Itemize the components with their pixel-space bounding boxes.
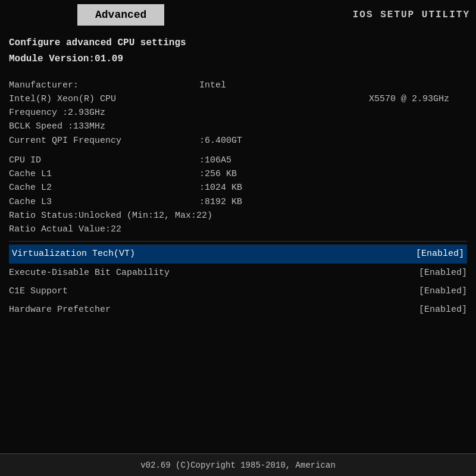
cache-l3-row: Cache L3 :8192 KB: [9, 195, 467, 209]
cpu-model-value: X5570 @ 2.93GHz: [369, 92, 467, 106]
cache-l3-label: Cache L3: [9, 195, 199, 209]
cache-l2-label: Cache L2: [9, 181, 199, 195]
manufacturer-row: Manufacturer: Intel: [9, 79, 467, 92]
cache-l2-row: Cache L2 :1024 KB: [9, 181, 467, 195]
cpu-id-row: CPU ID :106A5: [9, 154, 467, 167]
setting-label-0: Virtualization Tech(VT): [12, 247, 416, 261]
bclk-row: BCLK Speed :133MHz: [9, 120, 467, 133]
setting-row-2[interactable]: C1E Support[Enabled]: [9, 282, 467, 300]
manufacturer-label: Manufacturer:: [9, 79, 199, 92]
setting-row-3[interactable]: Hardware Prefetcher[Enabled]: [9, 300, 467, 319]
cache-l1-value: :256 KB: [199, 167, 237, 181]
qpi-row: Current QPI Frequency :6.400GT: [9, 134, 467, 148]
cache-l1-label: Cache L1: [9, 167, 199, 181]
top-bar: Advanced IOS SETUP UTILITY: [0, 0, 476, 30]
cpu-id-value: :106A5: [199, 154, 231, 167]
tab-advanced[interactable]: Advanced: [77, 4, 164, 26]
setting-row-1[interactable]: Execute-Disable Bit Capability[Enabled]: [9, 264, 467, 282]
setting-value-1: [Enabled]: [419, 266, 467, 280]
cpu-settings-header: Configure advanced CPU settings Module V…: [9, 36, 467, 67]
bclk-label: BCLK Speed :133MHz: [9, 120, 105, 133]
cache-l3-value: :8192 KB: [199, 195, 242, 209]
footer-bar: v02.69 (C)Copyright 1985-2010, American: [0, 453, 476, 476]
setting-value-3: [Enabled]: [419, 303, 467, 317]
config-title-line2: Module Version:01.09: [9, 52, 467, 67]
setting-label-3: Hardware Prefetcher: [9, 303, 419, 317]
bios-title: IOS SETUP UTILITY: [353, 10, 476, 20]
manufacturer-value: Intel: [199, 79, 226, 92]
config-title-line1: Configure advanced CPU settings: [9, 36, 467, 51]
setting-label-1: Execute-Disable Bit Capability: [9, 266, 419, 280]
footer-text: v02.69 (C)Copyright 1985-2010, American: [140, 461, 336, 470]
bios-screen: Advanced IOS SETUP UTILITY Configure adv…: [0, 0, 476, 476]
qpi-value: :6.400GT: [199, 134, 242, 148]
cache-l1-row: Cache L1 :256 KB: [9, 167, 467, 181]
cpu-model-row: Intel(R) Xeon(R) CPU X5570 @ 2.93GHz: [9, 92, 467, 106]
cpu-model-label: Intel(R) Xeon(R) CPU: [9, 92, 116, 106]
ratio-status-label: Ratio Status:Unlocked (Min:12, Max:22): [9, 209, 212, 223]
setting-value-0: [Enabled]: [416, 247, 464, 261]
cpu-id-label: CPU ID: [9, 154, 199, 167]
ratio-status-row: Ratio Status:Unlocked (Min:12, Max:22): [9, 209, 467, 223]
ratio-actual-row: Ratio Actual Value:22: [9, 223, 467, 236]
main-content: Configure advanced CPU settings Module V…: [0, 30, 476, 453]
frequency-label: Frequency :2.93GHz: [9, 106, 105, 120]
settings-area: Virtualization Tech(VT)[Enabled]Execute-…: [9, 241, 467, 319]
qpi-label: Current QPI Frequency: [9, 134, 199, 148]
ratio-actual-label: Ratio Actual Value:22: [9, 223, 121, 236]
setting-row-0[interactable]: Virtualization Tech(VT)[Enabled]: [9, 245, 467, 263]
setting-label-2: C1E Support: [9, 284, 419, 298]
cache-l2-value: :1024 KB: [199, 181, 242, 195]
frequency-row: Frequency :2.93GHz: [9, 106, 467, 120]
setting-value-2: [Enabled]: [419, 284, 467, 298]
